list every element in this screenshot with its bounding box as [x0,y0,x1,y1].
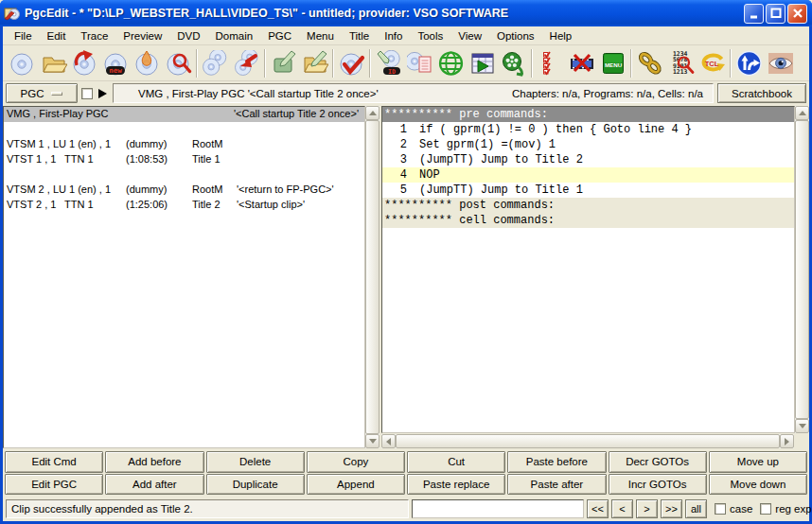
toolbar-verify-dvd-button[interactable] [336,47,367,79]
pgc-selector-button[interactable]: PGC [6,83,78,103]
command-row[interactable]: 1if ( gprm(1) != 0 ) then { Goto line 4 … [382,122,794,137]
commands-vertical-scrollbar[interactable] [795,106,809,433]
command-section-row[interactable]: ********** pre commands: [382,107,794,122]
toolbar-command-checklist-button[interactable] [535,47,566,79]
pgc-list-row[interactable]: VTSM 2 , LU 1 (en) , 1(dummy)RootM'<retu… [4,183,364,198]
menu-help[interactable]: Help [542,28,580,44]
pgc-list-row[interactable]: VTST 2 , 1TTN 1(1:25:06)Title 2'<Startup… [4,198,364,213]
command-row[interactable]: 3(JumpTT) Jump to Title 2 [382,152,794,167]
command-row[interactable]: 5(JumpTT) Jump to Title 1 [382,183,794,198]
menu-trace[interactable]: Trace [73,28,115,44]
copy-button[interactable]: Copy [307,451,405,473]
scroll-down-button[interactable] [365,434,380,448]
menu-info[interactable]: Info [377,28,410,44]
toolbar-globe-button[interactable] [435,47,467,79]
toolbar-chain-links-button[interactable] [634,47,665,79]
toolbar-copy-dvd-button[interactable] [200,47,231,79]
add-before-button[interactable]: Add before [105,451,203,473]
menu-tools[interactable]: Tools [410,28,450,44]
search-prev-all-button[interactable]: << [587,499,609,518]
toolbar-tcl-console-button[interactable]: TCL [697,47,728,79]
menu-view[interactable]: View [450,28,489,44]
menu-options[interactable]: Options [489,28,542,44]
menu-edit[interactable]: Edit [40,28,74,44]
duplicate-button[interactable]: Duplicate [206,474,305,496]
search-input[interactable] [412,499,584,518]
list-cell: VTST 2 , 1 [7,199,56,210]
command-section-row[interactable]: ********** post commands: [382,198,794,213]
delete-button[interactable]: Delete [206,451,305,473]
search-next-button[interactable]: > [636,499,658,518]
paste-replace-button[interactable]: Paste replace [407,474,505,496]
menu-menu[interactable]: Menu [299,28,342,44]
edit-pgc-button[interactable]: Edit PGC [5,474,103,496]
search-all-button[interactable]: all [685,499,707,518]
scroll-thumb[interactable] [396,434,780,448]
play-arrow-icon[interactable] [98,89,107,98]
command-row[interactable]: 2Set gprm(1) =(mov) 1 [382,137,794,152]
toolbar-film-reel-button[interactable] [498,47,529,79]
toolbar-dvd-disc-button[interactable] [7,47,38,79]
move-up-button[interactable]: Move up [709,451,807,473]
paste-before-button[interactable]: Paste before [507,451,606,473]
case-checkbox[interactable] [715,503,726,515]
toolbar-dvd-id-button[interactable]: ID [373,47,404,79]
edit-cmd-button[interactable]: Edit Cmd [5,451,103,473]
decr-gotos-button[interactable]: Decr GOTOs [609,451,707,473]
search-next-all-button[interactable]: >> [661,499,682,518]
scratchbook-button[interactable]: Scratchbook [717,83,806,103]
pgc-checkbox[interactable] [81,88,93,99]
scroll-thumb[interactable] [365,120,380,434]
regexp-checkbox[interactable] [760,503,771,515]
command-row-selected[interactable]: 4NOP [382,167,794,183]
toolbar-reload-dvd-button[interactable] [69,47,100,79]
maximize-button[interactable] [766,4,786,24]
search-prev-button[interactable]: < [611,499,633,518]
commands-listbox[interactable]: ********** pre commands:1if ( gprm(1) !=… [381,106,795,433]
toolbar-remove-video-button[interactable] [566,47,597,79]
scroll-up-button[interactable] [795,106,809,120]
paste-after-button[interactable]: Paste after [507,474,606,496]
toolbar-search-dvd-button[interactable] [163,47,194,79]
add-after-button[interactable]: Add after [105,474,203,496]
toolbar-copy-page-button[interactable] [404,47,435,79]
move-down-button[interactable]: Move down [709,474,807,496]
menu-dvd[interactable]: DVD [169,28,207,44]
pgc-listbox[interactable]: VMG , First-Play PGC'<Call startup Title… [3,106,365,448]
toolbar-menu-button-button[interactable]: MENU [597,47,628,79]
toolbar-play-table-button[interactable] [467,47,498,79]
close-button[interactable] [787,4,807,24]
command-section-row[interactable]: ********** cell commands: [382,213,794,228]
cut-button[interactable]: Cut [407,451,505,473]
incr-gotos-button[interactable]: Incr GOTOs [609,474,707,496]
menu-pgc[interactable]: PGC [260,28,299,44]
toolbar-burn-dvd-button[interactable] [132,47,163,79]
pgc-list-row-selected[interactable]: VMG , First-Play PGC'<Call startup Title… [4,107,364,122]
toolbar-edit-notepad-button[interactable] [268,47,299,79]
pgc-list-row[interactable] [4,122,364,137]
toolbar-new-dvd-button[interactable]: new [100,47,132,79]
toolbar-paste-dvd-button[interactable] [231,47,262,79]
scroll-thumb[interactable] [795,120,809,419]
menu-title[interactable]: Title [342,28,377,44]
commands-horizontal-scrollbar[interactable] [381,434,794,448]
menu-domain[interactable]: Domain [208,28,261,44]
scroll-left-button[interactable] [381,434,396,448]
toolbar-open-folder-button[interactable] [38,47,69,79]
scroll-down-button[interactable] [795,419,809,433]
toolbar-navigation-arrows-button[interactable] [733,47,765,79]
append-button[interactable]: Append [307,474,405,496]
toolbar-line-numbers-search-button[interactable]: 1234567891011213 [665,47,697,79]
menu-file[interactable]: File [7,28,40,44]
minimize-button[interactable] [744,4,764,24]
scroll-up-button[interactable] [365,106,380,120]
title-bar[interactable]: PgcEdit - * "D:\LP_WEBSTER_HALL\VIDEO_TS… [0,0,812,26]
pgc-list-row[interactable]: VTSM 1 , LU 1 (en) , 1(dummy)RootM [4,137,364,152]
menu-preview[interactable]: Preview [115,28,169,44]
pgc-list-row[interactable]: VTST 1 , 1TTN 1(1:08:53)Title 1 [4,152,364,167]
pgc-list-row[interactable] [4,167,364,183]
toolbar-eye-preview-button[interactable] [765,47,796,79]
toolbar-edit-folder-button[interactable] [299,47,330,79]
pgc-list-vertical-scrollbar[interactable] [365,106,380,448]
scroll-right-button[interactable] [780,434,794,448]
